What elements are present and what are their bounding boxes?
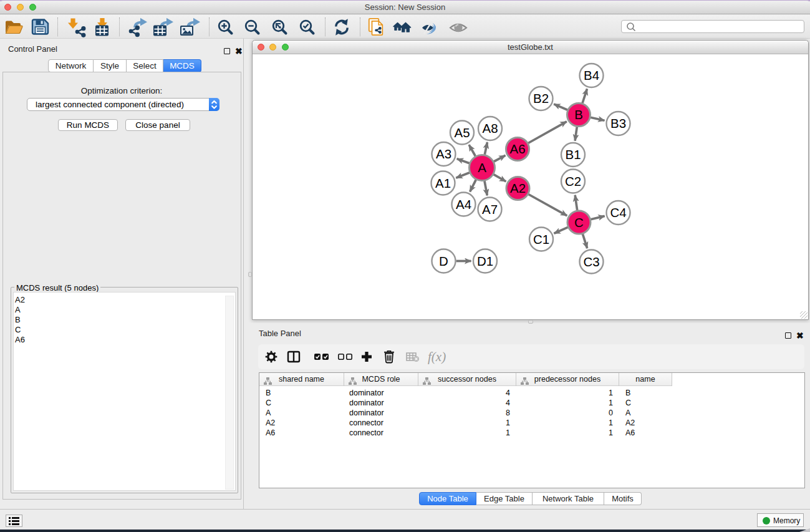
svg-text:A: A [478, 160, 486, 175]
svg-text:A6: A6 [509, 142, 525, 156]
svg-text:D: D [439, 254, 448, 268]
svg-text:C: C [574, 215, 584, 230]
svg-text:B1: B1 [565, 147, 581, 162]
svg-text:C1: C1 [533, 232, 549, 246]
svg-text:B2: B2 [533, 91, 549, 105]
svg-text:A4: A4 [456, 197, 471, 211]
svg-text:C2: C2 [565, 174, 581, 188]
svg-text:B3: B3 [610, 116, 626, 130]
svg-text:A3: A3 [436, 147, 451, 161]
svg-text:A8: A8 [482, 121, 498, 135]
svg-text:D1: D1 [477, 254, 493, 268]
svg-text:A7: A7 [482, 202, 498, 216]
svg-text:A2: A2 [510, 181, 526, 195]
svg-text:A1: A1 [435, 176, 451, 190]
svg-text:C3: C3 [583, 254, 599, 269]
svg-text:C4: C4 [610, 205, 626, 220]
svg-text:B: B [574, 107, 583, 122]
svg-text:f(x): f(x) [428, 349, 446, 364]
svg-text:B4: B4 [584, 68, 599, 82]
svg-text:A5: A5 [454, 125, 470, 140]
